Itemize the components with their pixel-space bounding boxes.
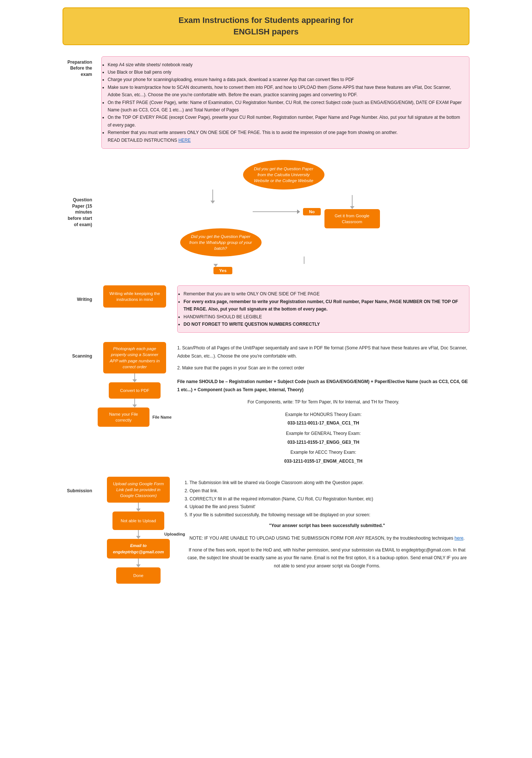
read-here-link[interactable]: HERE [178, 138, 191, 143]
troubleshoot-link[interactable]: here [455, 536, 464, 541]
email-node: Email to engdeptrbgc@gmail.com [107, 539, 170, 558]
prep-item-1: Keep A4 size white sheets/ notebook read… [108, 61, 463, 68]
prep-item-4: Make sure to learn/practice how to SCAN … [108, 84, 463, 99]
upload-node: Upload using Google Form Link (will be p… [107, 477, 170, 503]
success-message: "Your answer script has been successfull… [185, 522, 469, 530]
submission-label: Submission [63, 477, 96, 494]
scanning-label: Scanning [63, 342, 96, 359]
not-able-node: Not able to Upload [112, 512, 164, 530]
prep-item-3: Charge your phone for scanning/uploading… [108, 76, 463, 83]
qp-node2: Did you get the Question Paper from the … [180, 228, 262, 256]
writing-list: Remember that you are to write ONLY ON O… [183, 290, 463, 328]
preparation-notes: Keep A4 size white sheets/ notebook read… [101, 56, 469, 149]
sub-note-2: 2. Open that link. [185, 487, 469, 495]
example-general-val: 033-1211-0155-17_ENGG_GE3_TH [177, 439, 469, 447]
done-node: Done [116, 567, 161, 584]
example-general-label: Example for GENERAL Theory Exam: [177, 430, 469, 438]
example-aecc-label: Example for AECC Theory Exam: [177, 449, 469, 457]
fallback-note: If none of the fixes work, report to the… [185, 546, 469, 570]
prep-item-5: On the FIRST PAGE (Cover Page), write: N… [108, 99, 463, 114]
sub-note-4: 4. Upload the file and press 'Submit' [185, 503, 469, 511]
writing-item-1: Remember that you are to write ONLY ON O… [183, 290, 463, 298]
submission-notes: 1. The Submission link will be shared vi… [185, 477, 469, 572]
sub-note-1: 1. The Submission link will be shared vi… [185, 479, 469, 487]
scanning-node1: Photograph each page properly using a Sc… [103, 342, 166, 373]
prep-item-7: Remember that you must write answers ONL… [108, 129, 463, 136]
scan-note-2: 2. Make sure that the pages in your Scan… [177, 364, 469, 372]
sub-note-5: 5. If your file is submitted successfull… [185, 511, 469, 519]
prep-item-2: Use Black or Blue ball pens only [108, 68, 463, 76]
qp-node1: Did you get the Question Paper from the … [243, 160, 324, 190]
submission-section: Submission Upload using Google Form Link… [63, 477, 469, 572]
get-gc-node: Get it from Google Classroom [324, 209, 380, 228]
title-box: Exam Instructions for Students appearing… [63, 7, 469, 45]
writing-item-3: HANDWRITING SHOULD BE LEGIBLE [183, 313, 463, 321]
file-name-label: File Name [152, 415, 172, 419]
preparation-section: Preparation Before the exam Keep A4 size… [63, 56, 469, 149]
example-aecc-val: 033-1211-0155-17_ENGM_AECC1_TH [177, 457, 469, 466]
yes-button: Yes [213, 267, 233, 274]
writing-item-4: DO NOT FORGET TO WRITE QUESTION NUMBERS … [183, 321, 463, 328]
example-honours-label: Example for HONOURS Theory Exam: [177, 411, 469, 419]
writing-notes: Remember that you are to write ONLY ON O… [177, 285, 469, 333]
prep-item-6: On the TOP OF EVERY PAGE (except Cover P… [108, 114, 463, 129]
for-components: For Components, write: TP for Term Paper… [177, 398, 469, 406]
no-button: No [303, 208, 320, 215]
sub-note-3: 3. CORRECTLY fill in all the required in… [185, 495, 469, 503]
scan-note-1: 1. Scan/Photo of all Pages of the Unit/P… [177, 344, 469, 360]
read-link: READ DETAILED INSTRUCTIONS HERE [108, 137, 463, 144]
page-title: Exam Instructions for Students appearing… [74, 15, 458, 38]
name-file-node: Name your File correctly [98, 407, 149, 427]
preparation-label: Preparation Before the exam [63, 56, 96, 78]
writing-label: Writing [63, 285, 96, 303]
scanning-section: Scanning Photograph each page properly u… [63, 342, 469, 467]
writing-node: Writing while keepiping the instructions… [103, 285, 166, 308]
qp-label: Question Paper (15 minutes before start … [63, 160, 96, 228]
filename-rule: File name SHOULD be – Registration numbe… [177, 378, 469, 394]
writing-section: Writing Writing while keepiping the inst… [63, 285, 469, 333]
convert-pdf-node: Convert to PDF [109, 382, 161, 399]
writing-item-2: For every extra page, remember to write … [183, 298, 463, 313]
preparation-list: Keep A4 size white sheets/ notebook read… [108, 61, 463, 137]
scanning-notes: 1. Scan/Photo of all Pages of the Unit/P… [177, 342, 469, 467]
question-paper-section: Question Paper (15 minutes before start … [63, 160, 469, 278]
note-unable: NOTE: IF YOU ARE UNABLE TO UPLOAD USING … [185, 534, 469, 543]
example-honours-val: 033-1211-0011-17_ENGA_CC1_TH [177, 419, 469, 427]
